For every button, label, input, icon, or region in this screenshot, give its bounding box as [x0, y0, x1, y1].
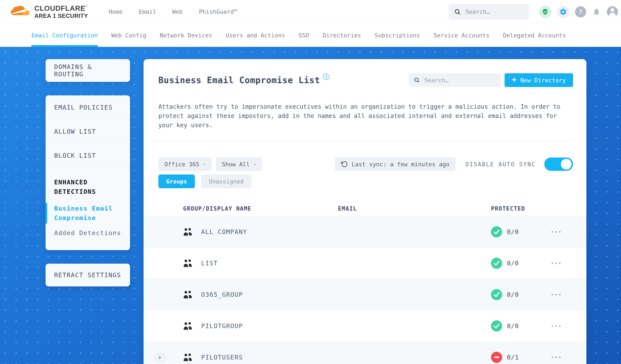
row-menu-button[interactable]: [550, 292, 563, 298]
table-row[interactable]: › ALL COMPANY 0/0: [143, 216, 586, 247]
page-title: Business Email Compromise List: [158, 75, 320, 85]
list-search-input[interactable]: Search…: [409, 73, 501, 87]
account-button[interactable]: [607, 6, 618, 17]
last-sync-label: Last sync: a few minutes ago: [352, 161, 449, 168]
name-cell: PILOTGROUP: [183, 322, 338, 330]
sidebar-item-enhanced-detections[interactable]: ENHANCED DETECTIONS: [54, 177, 121, 196]
directory-select[interactable]: Office 365 ▾: [158, 157, 212, 171]
user-icon: [611, 8, 614, 12]
tab-unassigned[interactable]: Unassigned: [201, 174, 252, 188]
bell-icon: [592, 8, 601, 16]
table-row[interactable]: › PILOTGROUP 0/0: [143, 310, 586, 341]
notifications-button[interactable]: [592, 6, 601, 17]
check-icon: [491, 289, 502, 300]
config-tab-subscriptions[interactable]: Subscriptions: [375, 24, 420, 47]
group-people-icon: [183, 353, 192, 362]
security-status-button[interactable]: [539, 6, 551, 18]
group-people-icon: [183, 290, 192, 299]
config-tab-web-config[interactable]: Web Config: [111, 24, 146, 47]
expand-button[interactable]: ›: [154, 353, 165, 362]
protected-badge: [491, 352, 502, 363]
header-actions: Search… ?: [449, 4, 618, 19]
sidebar-section-enhanced-detections: ENHANCED DETECTIONS Business Email Compr…: [46, 168, 130, 250]
name-cell: O365_GROUP: [183, 290, 338, 299]
top-header: CLOUDFLARE® AREA 1 SECURITY HomeEmailWeb…: [0, 0, 621, 24]
name-cell: PILOTUSERS: [183, 353, 338, 362]
global-search-input[interactable]: Search…: [449, 4, 529, 19]
auto-sync-toggle[interactable]: [544, 157, 573, 171]
search-icon: [454, 9, 461, 15]
sidebar-item-domains-routing[interactable]: DOMAINS & ROUTING: [46, 59, 130, 82]
config-tab-sso[interactable]: SSO: [299, 24, 309, 47]
top-nav-item-home[interactable]: Home: [109, 8, 123, 15]
table-row[interactable]: › O365_GROUP 0/0: [143, 279, 586, 310]
row-menu-button[interactable]: [550, 229, 563, 235]
protected-cell: 0/0: [491, 258, 586, 269]
logo-sub: AREA 1 SECURITY: [34, 13, 88, 19]
protected-cell: 0/0: [491, 289, 586, 300]
sidebar-item-allow-list[interactable]: ALLOW LIST: [46, 120, 130, 143]
plus-icon: +: [512, 76, 517, 84]
group-people-icon: [183, 227, 192, 236]
sidebar-item-retract-settings[interactable]: RETRACT SETTINGS: [46, 264, 130, 286]
config-tab-directories[interactable]: Directories: [323, 24, 361, 47]
protected-badge: [491, 320, 502, 331]
row-menu-button[interactable]: [550, 354, 563, 360]
config-tab-users-and-actions[interactable]: Users and Actions: [226, 24, 285, 47]
name-cell: LIST: [183, 259, 338, 268]
info-icon[interactable]: i: [323, 73, 329, 80]
page-description: Attackers often try to impersonate execu…: [158, 102, 570, 130]
main-panel: Business Email Compromise List i Search……: [143, 59, 586, 364]
group-name: LIST: [201, 260, 218, 267]
list-search-placeholder: Search…: [424, 77, 449, 84]
settings-button[interactable]: [557, 6, 569, 18]
config-tab-network-devices[interactable]: Network Devices: [160, 24, 212, 47]
gear-icon: [559, 8, 567, 16]
column-header-email: EMAIL: [338, 206, 491, 212]
column-header-protected: PROTECTED: [491, 206, 586, 212]
protected-cell: 0/0: [491, 226, 586, 237]
top-nav-item-email[interactable]: Email: [139, 8, 156, 15]
group-name: PILOTGROUP: [201, 322, 243, 329]
top-nav-item-web[interactable]: Web: [172, 8, 183, 15]
chevron-down-icon: ▾: [203, 162, 206, 167]
sidebar-item-block-list[interactable]: BLOCK LIST: [46, 143, 130, 168]
sidebar-item-business-email-compromise[interactable]: Business Email Compromise: [54, 204, 121, 223]
sidebar-card-domains: DOMAINS & ROUTING: [46, 59, 130, 82]
config-tab-delegated-accounts[interactable]: Delegated Accounts: [503, 24, 566, 47]
refresh-icon: [341, 161, 348, 168]
row-menu-button[interactable]: [550, 323, 563, 329]
minus-icon: [494, 356, 499, 358]
protected-value: 0/0: [507, 322, 519, 329]
help-button[interactable]: ?: [575, 6, 586, 17]
last-sync-button[interactable]: Last sync: a few minutes ago: [335, 157, 456, 171]
row-menu-button[interactable]: [550, 260, 563, 266]
tab-groups[interactable]: Groups: [158, 174, 195, 188]
cloudflare-cloud-icon: [11, 5, 31, 19]
auto-sync-label: DISABLE AUTO SYNC: [466, 161, 536, 168]
cloudflare-logo: CLOUDFLARE® AREA 1 SECURITY: [11, 5, 88, 19]
protected-badge: [491, 258, 502, 269]
sidebar-item-email-policies[interactable]: EMAIL POLICIES: [46, 95, 130, 120]
view-tabs: Groups Unassigned: [158, 174, 573, 188]
config-tab-service-accounts[interactable]: Service Accounts: [434, 24, 489, 47]
group-name: O365_GROUP: [201, 291, 243, 298]
table-row[interactable]: › LIST 0/0: [143, 247, 586, 279]
sidebar-item-added-detections[interactable]: Added Detections: [54, 228, 121, 238]
title-actions: Search… + New Directory: [409, 73, 573, 87]
group-table-body: › ALL COMPANY 0/0 ›: [143, 216, 586, 364]
config-tab-email-configuration[interactable]: Email Configuration: [31, 24, 98, 47]
new-directory-button[interactable]: + New Directory: [504, 73, 573, 87]
show-filter-select[interactable]: Show All ▾: [216, 157, 262, 171]
top-nav-item-phishguard[interactable]: PhishGuard™: [199, 8, 238, 15]
sidebar-card-policies: EMAIL POLICIES ALLOW LIST BLOCK LIST ENH…: [46, 95, 130, 250]
column-header-name: GROUP/DISPLAY NAME: [183, 206, 338, 212]
filters-row: Office 365 ▾ Show All ▾ Last sync: a few…: [158, 157, 573, 171]
group-table-header: GROUP/DISPLAY NAME EMAIL PROTECTED: [143, 201, 586, 216]
group-people-icon: [183, 322, 192, 330]
table-row[interactable]: › PILOTUSERS 0/1: [143, 341, 586, 364]
protected-cell: 0/0: [491, 320, 586, 331]
protected-badge: [491, 226, 502, 237]
divider: [150, 140, 573, 141]
toggle-knob: [561, 159, 571, 170]
